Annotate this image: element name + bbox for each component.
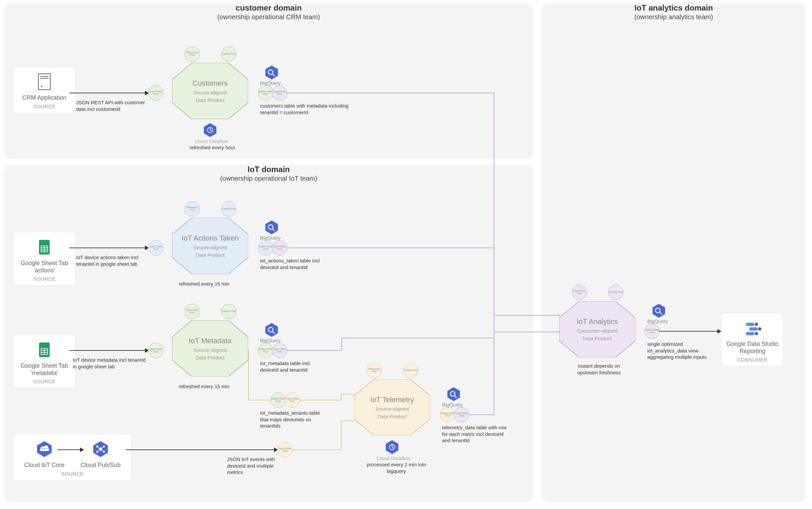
connector <box>341 420 355 421</box>
annotation: customers table with metadata including … <box>260 103 353 115</box>
source-tag: SOURCE <box>16 104 72 109</box>
output-port: Output Data Port <box>258 343 273 358</box>
source-tag: SOURCE <box>16 471 129 477</box>
connector <box>494 93 494 316</box>
cloud-dataflow-icon <box>203 123 218 138</box>
output-port: Output Data Port <box>644 324 660 339</box>
bigquery-icon <box>264 220 279 235</box>
bigquery-icon <box>446 386 461 402</box>
svg-point-61 <box>755 332 758 335</box>
svg-marker-27 <box>266 323 278 337</box>
google-sheet-icon <box>35 341 54 359</box>
svg-marker-45 <box>447 387 460 401</box>
connector <box>69 350 146 351</box>
domain-title: customer domain <box>4 3 533 12</box>
icon-label: BigQuery <box>647 318 668 324</box>
connector <box>342 338 494 338</box>
annotation: iot_metadata table incl deviceId and ten… <box>260 360 326 373</box>
data-studio-icon <box>743 319 762 337</box>
icon-label: BigQuery <box>260 235 281 241</box>
annotation: refreshed every hour <box>186 144 239 151</box>
product-subtitle: Source-aligned <box>193 90 227 95</box>
product-iot-metadata: IoT Metadata Source-aligned Data Product <box>172 320 248 377</box>
annotation: IoT device metadata incl tenantId in goo… <box>73 357 149 370</box>
product-title: IoT Telemetry <box>370 396 414 404</box>
source-tag: SOURCE <box>16 276 72 282</box>
svg-point-31 <box>42 448 43 449</box>
source-sheet-metadata: Google Sheet Tab 'metadata' SOURCE <box>13 334 75 388</box>
input-port: Input Data Port <box>148 240 164 256</box>
connector <box>299 400 342 401</box>
product-subtitle: Source-aligned <box>193 245 227 250</box>
control-port: Control Port <box>221 46 236 62</box>
svg-point-33 <box>46 448 47 449</box>
input-port: Input Data Port <box>277 442 292 457</box>
product-subtitle: Data Product <box>196 355 225 361</box>
product-subtitle: Data Product <box>196 252 225 258</box>
connector <box>69 93 146 93</box>
connector <box>126 449 275 450</box>
output-port: Output Data Port <box>258 86 273 101</box>
consumer-label: Google Data Studio Reporting <box>724 341 781 355</box>
connector <box>287 350 342 351</box>
input-port: Input Data Port <box>454 407 469 422</box>
svg-point-59 <box>758 327 762 331</box>
annotation: iot_metadata_tenants table that maps dev… <box>260 410 326 429</box>
connector <box>494 332 560 332</box>
discovery-port: Discovery Port <box>185 201 200 216</box>
domain-subtitle: (ownership operational CRM team) <box>4 13 533 21</box>
annotation: telemetry_data table with row for each m… <box>442 424 508 444</box>
source-label: Cloud Pub/Sub <box>77 462 124 469</box>
svg-point-32 <box>44 448 45 449</box>
domain-title: IoT domain <box>4 165 533 174</box>
svg-rect-58 <box>749 327 758 331</box>
domain-title: IoT analytics domain <box>541 3 806 12</box>
annotation: processed every 2 min into bigquery <box>363 461 429 474</box>
annotation: single optimized iot_analytics_data view… <box>647 341 707 361</box>
source-tag: SOURCE <box>16 379 72 384</box>
connector <box>69 247 146 248</box>
product-title: IoT Analytics <box>577 317 618 326</box>
svg-marker-53 <box>652 304 665 318</box>
bigquery-icon <box>264 65 279 80</box>
product-subtitle: Data Product <box>583 336 612 341</box>
svg-point-57 <box>755 323 758 326</box>
consumer-data-studio: Google Data Studio Reporting CONSUMER <box>721 312 783 367</box>
domain-subtitle: (ownership analytics team) <box>541 13 806 21</box>
svg-rect-60 <box>746 332 754 335</box>
product-iot-actions: IoT Actions Taken Source-aligned Data Pr… <box>172 218 248 274</box>
source-sheet-actions: Google Sheet Tab 'actions' SOURCE <box>13 232 75 286</box>
domain-subtitle: (ownership operational IoT team) <box>4 175 533 182</box>
discovery-port: Discovery Port <box>185 46 200 62</box>
control-port: Control Port <box>221 201 236 216</box>
connector <box>494 315 560 316</box>
connector <box>292 449 342 450</box>
input-port: Input Data Port <box>148 343 164 358</box>
connector <box>341 420 342 450</box>
discovery-port: Discovery Port <box>185 304 200 319</box>
icon-label: Cloud Dataflow <box>195 138 228 144</box>
connector <box>341 394 342 401</box>
connector <box>248 400 271 401</box>
svg-marker-18 <box>266 220 278 234</box>
input-port: Input Data Port <box>272 240 287 256</box>
input-port: Input Data Port <box>285 393 300 408</box>
output-port: Output Data Port <box>258 240 273 256</box>
product-title: IoT Metadata <box>188 337 231 345</box>
connector <box>287 93 494 93</box>
icon-label: BigQuery <box>260 80 281 86</box>
annotation: IoT device actions taken incl tenantId i… <box>76 254 149 267</box>
annotation: refreshed every 15 min <box>179 281 229 287</box>
product-subtitle: Source-aligned <box>193 347 227 353</box>
discovery-port: Discovery Port <box>366 363 382 378</box>
svg-rect-56 <box>746 323 754 326</box>
product-subtitle: Data Product <box>196 97 225 103</box>
icon-label: BigQuery <box>260 338 281 343</box>
icon-label: BigQuery <box>442 402 463 407</box>
source-label: CRM Application <box>16 94 72 102</box>
product-subtitle: Data Product <box>378 414 407 419</box>
discovery-port: Discovery Port <box>572 284 587 300</box>
annotation: instant depends on upstream freshness <box>576 363 622 376</box>
product-subtitle: Source-aligned <box>376 406 409 412</box>
control-port: Control Port <box>221 304 236 319</box>
